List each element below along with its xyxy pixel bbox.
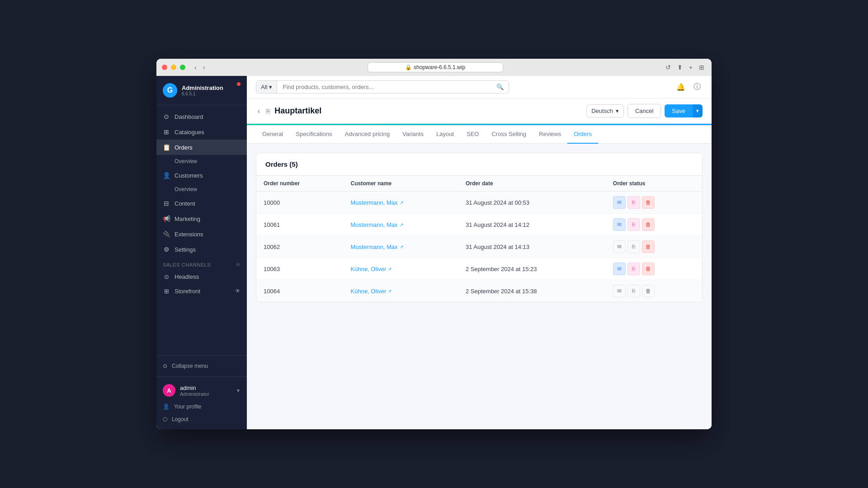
delete-action-button[interactable]: 🗑 (642, 240, 655, 253)
storefront-label: Storefront (175, 288, 200, 295)
search-submit-button[interactable]: 🔍 (492, 81, 509, 93)
order-status-cell: ✉ ⎘ 🗑 (606, 258, 702, 280)
save-button[interactable]: Save (665, 104, 693, 117)
sidebar-item-label: Marketing (175, 216, 200, 222)
customers-overview-label: Overview (175, 186, 197, 192)
reload-button[interactable]: ↺ (664, 63, 673, 72)
orders-card-header: Orders (5) (256, 153, 702, 176)
delete-action-button[interactable]: 🗑 (642, 196, 655, 209)
email-action-button[interactable]: ✉ (613, 285, 626, 297)
tab-specifications[interactable]: Specifications (289, 125, 338, 144)
back-button[interactable]: ‹ (256, 105, 262, 117)
url-text: shopware-6.6.5.1.wip (414, 64, 465, 70)
copy-action-button[interactable]: ⎘ (627, 240, 640, 253)
tab-variants[interactable]: Variants (396, 125, 430, 144)
customer-link[interactable]: Mustermann, Max ↗ (351, 221, 451, 228)
collapse-icon: ⊙ (163, 363, 167, 369)
save-dropdown-button[interactable]: ▾ (693, 104, 703, 117)
email-action-button[interactable]: ✉ (613, 263, 626, 275)
sidebar-item-catalogues[interactable]: ⊞ Catalogues (156, 124, 247, 140)
notifications-button[interactable]: 🔔 (675, 81, 687, 93)
sidebar-sub-item-orders-overview[interactable]: Overview (156, 155, 247, 168)
sidebar-item-dashboard[interactable]: ⊙ Dashboard (156, 109, 247, 124)
sidebar-item-orders[interactable]: 📋 Orders (156, 140, 247, 155)
order-date-cell: 31 August 2024 at 14:12 (458, 214, 606, 236)
tabs-button[interactable]: ⊞ (697, 63, 706, 72)
page-title: Hauptartikel (274, 106, 582, 116)
sidebar-sub-item-customers-overview[interactable]: Overview (156, 183, 247, 196)
tab-seo[interactable]: SEO (460, 125, 485, 144)
chevron-down-icon: ▾ (269, 84, 272, 90)
customer-link[interactable]: Mustermann, Max ↗ (351, 199, 451, 206)
customer-link[interactable]: Mustermann, Max ↗ (351, 244, 451, 250)
email-action-button[interactable]: ✉ (613, 240, 626, 253)
tab-advanced-pricing[interactable]: Advanced pricing (338, 125, 396, 144)
email-action-button[interactable]: ✉ (613, 196, 626, 209)
external-link-icon: ↗ (388, 267, 392, 272)
main-content: All ▾ 🔍 🔔 ⓘ ‹ ⎘ Hauptartikel (247, 76, 712, 429)
order-status-cell: ✉ ⎘ 🗑 (606, 192, 702, 214)
sidebar-item-storefront[interactable]: ⊞ Storefront 👁 (156, 284, 247, 298)
copy-action-button[interactable]: ⎘ (627, 285, 640, 297)
forward-button[interactable]: › (201, 63, 207, 72)
customer-link[interactable]: Kühne, Oliver ↗ (351, 266, 451, 272)
sidebar-item-settings[interactable]: ⚙ Settings (156, 242, 247, 257)
url-display[interactable]: 🔒 shopware-6.6.5.1.wip (368, 62, 503, 72)
tab-cross-selling[interactable]: Cross Selling (485, 125, 533, 144)
search-filter-dropdown[interactable]: All ▾ (256, 81, 277, 93)
duplicate-button[interactable]: ⎘ (266, 108, 270, 115)
storefront-icon: ⊞ (163, 287, 170, 295)
brand-text: Administration 6.6.5.1 (182, 84, 223, 96)
email-action-button[interactable]: ✉ (613, 218, 626, 231)
sidebar-item-headless[interactable]: ⊙ Headless (156, 269, 247, 284)
tab-layout[interactable]: Layout (430, 125, 460, 144)
your-profile-button[interactable]: 👤 Your profile (156, 400, 247, 413)
delete-action-button[interactable]: 🗑 (642, 285, 655, 297)
cancel-button[interactable]: Cancel (627, 104, 661, 118)
sidebar-item-label: Settings (175, 246, 196, 253)
delete-action-button[interactable]: 🗑 (642, 218, 655, 231)
help-button[interactable]: ⓘ (692, 80, 703, 94)
sidebar-item-content[interactable]: ⊟ Content (156, 196, 247, 211)
copy-action-button[interactable]: ⎘ (627, 218, 640, 231)
logout-button[interactable]: ⬡ Logout (156, 413, 247, 426)
order-status-cell: ✉ ⎘ 🗑 (606, 280, 702, 302)
delete-action-button[interactable]: 🗑 (642, 263, 655, 275)
customer-link[interactable]: Kühne, Oliver ↗ (351, 288, 451, 295)
tab-general[interactable]: General (256, 125, 289, 144)
browser-titlebar: ‹ › 🔒 shopware-6.6.5.1.wip ↺ ⬆ + ⊞ (156, 59, 712, 76)
add-sales-channel-button[interactable]: ⊕ (236, 262, 241, 267)
order-number-cell: 10064 (256, 280, 344, 302)
admin-row[interactable]: A admin Administrator ▼ (156, 380, 247, 400)
settings-icon: ⚙ (163, 246, 170, 253)
logout-icon: ⬡ (163, 416, 167, 422)
language-selector[interactable]: Deutsch ▾ (586, 104, 624, 117)
close-button[interactable] (162, 65, 167, 70)
notification-dot (237, 82, 241, 86)
maximize-button[interactable] (180, 65, 185, 70)
order-actions: ✉ ⎘ 🗑 (613, 240, 695, 253)
new-tab-button[interactable]: + (687, 63, 694, 72)
back-button[interactable]: ‹ (193, 63, 198, 72)
table-row: 10062 Mustermann, Max ↗ 31 August 2024 a… (256, 236, 702, 258)
collapse-menu-button[interactable]: ⊙ Collapse menu (156, 359, 247, 373)
sidebar-item-extensions[interactable]: 🔌 Extensions (156, 226, 247, 242)
sidebar-footer: ⊙ Collapse menu (156, 355, 247, 376)
share-button[interactable]: ⬆ (675, 63, 684, 72)
save-button-group: Save ▾ (665, 104, 703, 117)
copy-action-button[interactable]: ⎘ (627, 263, 640, 275)
storefront-eye-icon[interactable]: 👁 (235, 288, 241, 294)
minimize-button[interactable] (171, 65, 176, 70)
order-actions: ✉ ⎘ 🗑 (613, 196, 695, 209)
sidebar-item-label: Extensions (175, 231, 203, 238)
external-link-icon: ↗ (400, 222, 403, 227)
sidebar: G Administration 6.6.5.1 ⊙ Dashboard ⊞ C… (156, 76, 247, 429)
order-status-cell: ✉ ⎘ 🗑 (606, 236, 702, 258)
order-date-cell: 31 August 2024 at 14:13 (458, 236, 606, 258)
search-input[interactable] (277, 81, 492, 93)
tab-orders[interactable]: Orders (567, 125, 598, 144)
copy-action-button[interactable]: ⎘ (627, 196, 640, 209)
tab-reviews[interactable]: Reviews (533, 125, 567, 144)
sidebar-item-customers[interactable]: 👤 Customers (156, 168, 247, 183)
sidebar-item-marketing[interactable]: 📢 Marketing (156, 211, 247, 226)
